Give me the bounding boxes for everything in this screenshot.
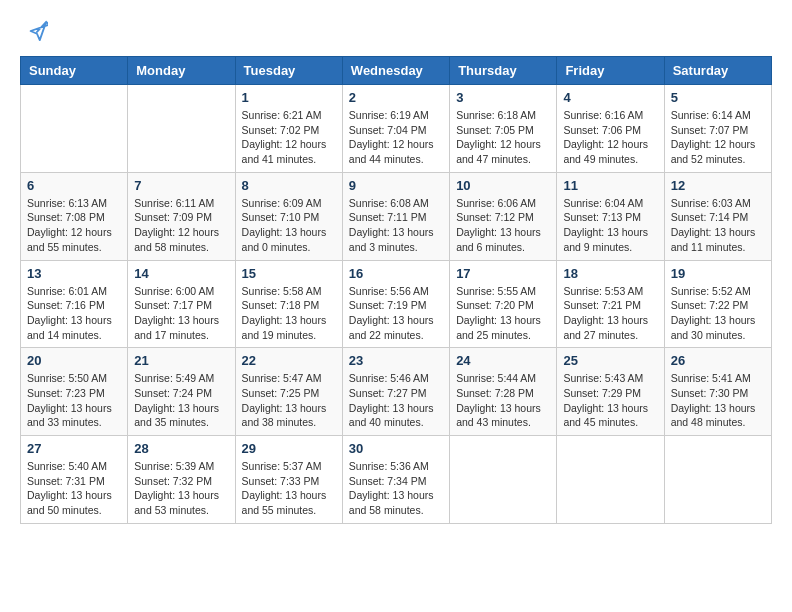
day-info: Sunrise: 6:08 AM Sunset: 7:11 PM Dayligh… xyxy=(349,196,443,255)
day-info: Sunrise: 6:06 AM Sunset: 7:12 PM Dayligh… xyxy=(456,196,550,255)
calendar-cell: 28Sunrise: 5:39 AM Sunset: 7:32 PM Dayli… xyxy=(128,436,235,524)
day-info: Sunrise: 5:41 AM Sunset: 7:30 PM Dayligh… xyxy=(671,371,765,430)
week-row-3: 13Sunrise: 6:01 AM Sunset: 7:16 PM Dayli… xyxy=(21,260,772,348)
day-number: 19 xyxy=(671,266,765,281)
calendar-cell: 27Sunrise: 5:40 AM Sunset: 7:31 PM Dayli… xyxy=(21,436,128,524)
weekday-header-friday: Friday xyxy=(557,57,664,85)
calendar-cell: 18Sunrise: 5:53 AM Sunset: 7:21 PM Dayli… xyxy=(557,260,664,348)
day-number: 4 xyxy=(563,90,657,105)
day-number: 25 xyxy=(563,353,657,368)
calendar-cell: 15Sunrise: 5:58 AM Sunset: 7:18 PM Dayli… xyxy=(235,260,342,348)
day-number: 9 xyxy=(349,178,443,193)
calendar-cell: 2Sunrise: 6:19 AM Sunset: 7:04 PM Daylig… xyxy=(342,85,449,173)
day-number: 28 xyxy=(134,441,228,456)
weekday-header-wednesday: Wednesday xyxy=(342,57,449,85)
calendar-cell: 12Sunrise: 6:03 AM Sunset: 7:14 PM Dayli… xyxy=(664,172,771,260)
day-number: 6 xyxy=(27,178,121,193)
day-info: Sunrise: 5:47 AM Sunset: 7:25 PM Dayligh… xyxy=(242,371,336,430)
day-info: Sunrise: 5:58 AM Sunset: 7:18 PM Dayligh… xyxy=(242,284,336,343)
weekday-header-thursday: Thursday xyxy=(450,57,557,85)
calendar-cell xyxy=(664,436,771,524)
day-number: 12 xyxy=(671,178,765,193)
day-info: Sunrise: 5:49 AM Sunset: 7:24 PM Dayligh… xyxy=(134,371,228,430)
week-row-5: 27Sunrise: 5:40 AM Sunset: 7:31 PM Dayli… xyxy=(21,436,772,524)
calendar-cell: 26Sunrise: 5:41 AM Sunset: 7:30 PM Dayli… xyxy=(664,348,771,436)
calendar-cell: 29Sunrise: 5:37 AM Sunset: 7:33 PM Dayli… xyxy=(235,436,342,524)
calendar-cell: 1Sunrise: 6:21 AM Sunset: 7:02 PM Daylig… xyxy=(235,85,342,173)
calendar-cell: 10Sunrise: 6:06 AM Sunset: 7:12 PM Dayli… xyxy=(450,172,557,260)
page-header xyxy=(20,20,772,46)
day-number: 21 xyxy=(134,353,228,368)
day-info: Sunrise: 5:50 AM Sunset: 7:23 PM Dayligh… xyxy=(27,371,121,430)
day-info: Sunrise: 5:36 AM Sunset: 7:34 PM Dayligh… xyxy=(349,459,443,518)
calendar-cell: 5Sunrise: 6:14 AM Sunset: 7:07 PM Daylig… xyxy=(664,85,771,173)
day-info: Sunrise: 5:37 AM Sunset: 7:33 PM Dayligh… xyxy=(242,459,336,518)
day-info: Sunrise: 5:40 AM Sunset: 7:31 PM Dayligh… xyxy=(27,459,121,518)
logo xyxy=(20,20,48,46)
day-info: Sunrise: 6:01 AM Sunset: 7:16 PM Dayligh… xyxy=(27,284,121,343)
calendar-cell: 25Sunrise: 5:43 AM Sunset: 7:29 PM Dayli… xyxy=(557,348,664,436)
calendar-cell xyxy=(557,436,664,524)
day-number: 30 xyxy=(349,441,443,456)
day-number: 7 xyxy=(134,178,228,193)
calendar-cell: 16Sunrise: 5:56 AM Sunset: 7:19 PM Dayli… xyxy=(342,260,449,348)
calendar-cell: 7Sunrise: 6:11 AM Sunset: 7:09 PM Daylig… xyxy=(128,172,235,260)
calendar-cell xyxy=(128,85,235,173)
day-info: Sunrise: 5:43 AM Sunset: 7:29 PM Dayligh… xyxy=(563,371,657,430)
day-info: Sunrise: 6:13 AM Sunset: 7:08 PM Dayligh… xyxy=(27,196,121,255)
weekday-header-monday: Monday xyxy=(128,57,235,85)
calendar-cell: 6Sunrise: 6:13 AM Sunset: 7:08 PM Daylig… xyxy=(21,172,128,260)
day-info: Sunrise: 6:14 AM Sunset: 7:07 PM Dayligh… xyxy=(671,108,765,167)
weekday-header-row: SundayMondayTuesdayWednesdayThursdayFrid… xyxy=(21,57,772,85)
day-number: 27 xyxy=(27,441,121,456)
calendar-cell: 4Sunrise: 6:16 AM Sunset: 7:06 PM Daylig… xyxy=(557,85,664,173)
calendar-cell: 19Sunrise: 5:52 AM Sunset: 7:22 PM Dayli… xyxy=(664,260,771,348)
weekday-header-tuesday: Tuesday xyxy=(235,57,342,85)
logo-bird-icon xyxy=(26,20,48,42)
day-number: 2 xyxy=(349,90,443,105)
day-number: 8 xyxy=(242,178,336,193)
day-info: Sunrise: 5:52 AM Sunset: 7:22 PM Dayligh… xyxy=(671,284,765,343)
day-number: 17 xyxy=(456,266,550,281)
day-info: Sunrise: 6:18 AM Sunset: 7:05 PM Dayligh… xyxy=(456,108,550,167)
day-number: 15 xyxy=(242,266,336,281)
calendar-cell: 21Sunrise: 5:49 AM Sunset: 7:24 PM Dayli… xyxy=(128,348,235,436)
calendar-cell: 9Sunrise: 6:08 AM Sunset: 7:11 PM Daylig… xyxy=(342,172,449,260)
day-info: Sunrise: 5:55 AM Sunset: 7:20 PM Dayligh… xyxy=(456,284,550,343)
day-info: Sunrise: 6:03 AM Sunset: 7:14 PM Dayligh… xyxy=(671,196,765,255)
calendar-cell: 30Sunrise: 5:36 AM Sunset: 7:34 PM Dayli… xyxy=(342,436,449,524)
day-info: Sunrise: 5:56 AM Sunset: 7:19 PM Dayligh… xyxy=(349,284,443,343)
calendar-cell: 3Sunrise: 6:18 AM Sunset: 7:05 PM Daylig… xyxy=(450,85,557,173)
week-row-4: 20Sunrise: 5:50 AM Sunset: 7:23 PM Dayli… xyxy=(21,348,772,436)
weekday-header-sunday: Sunday xyxy=(21,57,128,85)
day-number: 26 xyxy=(671,353,765,368)
day-info: Sunrise: 6:04 AM Sunset: 7:13 PM Dayligh… xyxy=(563,196,657,255)
week-row-2: 6Sunrise: 6:13 AM Sunset: 7:08 PM Daylig… xyxy=(21,172,772,260)
calendar-cell: 8Sunrise: 6:09 AM Sunset: 7:10 PM Daylig… xyxy=(235,172,342,260)
calendar-cell xyxy=(450,436,557,524)
calendar-cell: 11Sunrise: 6:04 AM Sunset: 7:13 PM Dayli… xyxy=(557,172,664,260)
calendar-cell: 13Sunrise: 6:01 AM Sunset: 7:16 PM Dayli… xyxy=(21,260,128,348)
day-number: 14 xyxy=(134,266,228,281)
weekday-header-saturday: Saturday xyxy=(664,57,771,85)
calendar-cell: 17Sunrise: 5:55 AM Sunset: 7:20 PM Dayli… xyxy=(450,260,557,348)
day-number: 18 xyxy=(563,266,657,281)
calendar-cell: 22Sunrise: 5:47 AM Sunset: 7:25 PM Dayli… xyxy=(235,348,342,436)
day-number: 3 xyxy=(456,90,550,105)
week-row-1: 1Sunrise: 6:21 AM Sunset: 7:02 PM Daylig… xyxy=(21,85,772,173)
day-number: 1 xyxy=(242,90,336,105)
day-info: Sunrise: 5:53 AM Sunset: 7:21 PM Dayligh… xyxy=(563,284,657,343)
day-info: Sunrise: 6:19 AM Sunset: 7:04 PM Dayligh… xyxy=(349,108,443,167)
day-info: Sunrise: 6:11 AM Sunset: 7:09 PM Dayligh… xyxy=(134,196,228,255)
day-info: Sunrise: 6:00 AM Sunset: 7:17 PM Dayligh… xyxy=(134,284,228,343)
day-number: 13 xyxy=(27,266,121,281)
day-info: Sunrise: 5:46 AM Sunset: 7:27 PM Dayligh… xyxy=(349,371,443,430)
calendar-cell: 23Sunrise: 5:46 AM Sunset: 7:27 PM Dayli… xyxy=(342,348,449,436)
day-number: 24 xyxy=(456,353,550,368)
calendar-table: SundayMondayTuesdayWednesdayThursdayFrid… xyxy=(20,56,772,524)
day-number: 16 xyxy=(349,266,443,281)
day-info: Sunrise: 6:21 AM Sunset: 7:02 PM Dayligh… xyxy=(242,108,336,167)
day-info: Sunrise: 6:16 AM Sunset: 7:06 PM Dayligh… xyxy=(563,108,657,167)
calendar-cell: 20Sunrise: 5:50 AM Sunset: 7:23 PM Dayli… xyxy=(21,348,128,436)
day-number: 22 xyxy=(242,353,336,368)
